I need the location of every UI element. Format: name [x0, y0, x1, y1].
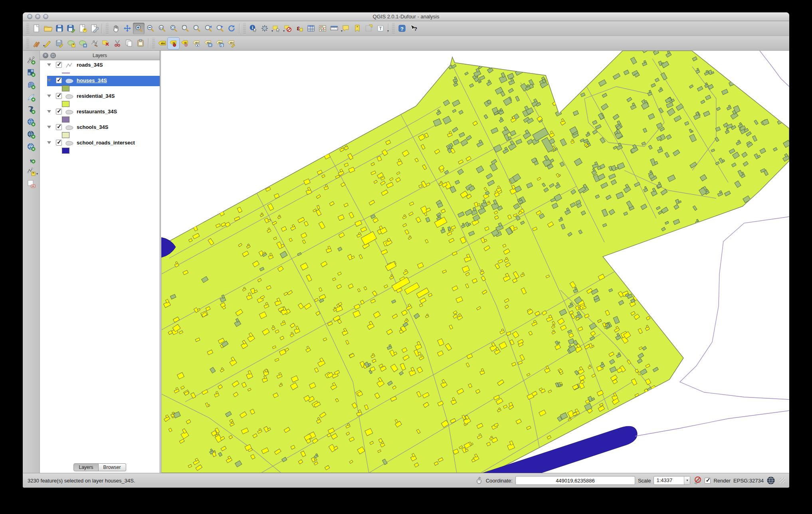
save-layer-edits-button[interactable] — [53, 38, 65, 49]
pan-map-button[interactable] — [110, 23, 121, 34]
run-feature-action-button[interactable]: ▾ — [259, 23, 270, 34]
polygon-layer-icon — [65, 109, 74, 115]
help-contents-button[interactable]: ? — [396, 23, 408, 34]
add-oracle-layer-button[interactable] — [25, 103, 37, 116]
layer-item-residential_34S[interactable]: residential_34S — [40, 92, 160, 101]
render-checkbox[interactable] — [705, 478, 711, 484]
node-tool-button[interactable] — [88, 38, 100, 49]
open-project-button[interactable] — [42, 23, 53, 34]
new-shapefile-layer-dropdown-icon[interactable]: ▾ — [36, 172, 38, 176]
layer-item-restaurants_34S[interactable]: restaurants_34S — [40, 108, 160, 117]
crs-globe-icon[interactable] — [766, 476, 775, 485]
refresh-map-button[interactable] — [226, 23, 237, 34]
zoom-full-button[interactable] — [168, 23, 179, 34]
layer-swatch[interactable] — [62, 117, 69, 123]
labeling-button[interactable]: abc — [156, 38, 168, 49]
scale-combo[interactable]: 1:4337 ▾ — [654, 476, 690, 485]
zoom-out-button[interactable] — [145, 23, 156, 34]
add-raster-layer-icon — [27, 68, 36, 77]
scale-dropdown-icon[interactable]: ▾ — [684, 476, 690, 484]
add-raster-layer-button[interactable] — [25, 66, 37, 79]
field-calculator-button[interactable] — [317, 23, 328, 34]
add-vector-layer-button[interactable] — [25, 54, 37, 66]
map-canvas[interactable] — [161, 51, 789, 473]
layer-swatch[interactable] — [62, 85, 69, 91]
copy-features-button[interactable] — [123, 38, 135, 49]
delete-selected-button[interactable] — [100, 38, 111, 49]
layer-swatch[interactable] — [62, 148, 69, 154]
select-by-expression-button[interactable]: ε — [293, 23, 305, 34]
paste-features-button[interactable] — [135, 38, 146, 49]
save-project-button[interactable] — [53, 23, 65, 34]
disclosure-triangle-icon[interactable] — [47, 63, 51, 66]
tab-layers[interactable]: Layers — [73, 463, 98, 471]
layer-item-schools_34S[interactable]: schools_34S — [40, 123, 160, 132]
disclosure-triangle-icon[interactable] — [47, 79, 51, 82]
remove-layer-button[interactable] — [25, 178, 37, 190]
stop-render-icon[interactable] — [693, 476, 702, 485]
deselect-features-button[interactable] — [282, 23, 293, 34]
new-shapefile-layer-button[interactable]: *▾ — [25, 165, 37, 178]
zoom-last-button[interactable] — [202, 23, 214, 34]
label-move-button[interactable]: abc — [202, 38, 214, 49]
layer-item-roads_34S[interactable]: roads_34S — [40, 61, 160, 70]
new-bookmark-button[interactable]: * — [351, 23, 363, 34]
current-edits-button[interactable]: ▾ — [30, 38, 42, 49]
label-rotate-button[interactable]: abc — [214, 38, 226, 49]
text-annotation-dropdown-icon[interactable]: ▾ — [387, 29, 389, 33]
layer-visibility-checkbox[interactable] — [56, 140, 62, 146]
title-bar[interactable]: QGIS 2.0.1-Dufour - analysis — [23, 12, 789, 21]
pan-to-selection-button[interactable] — [121, 23, 133, 34]
add-spatialite-layer-button[interactable] — [25, 91, 37, 103]
layer-swatch[interactable] — [62, 73, 70, 73]
add-postgis-layer-button[interactable] — [25, 79, 37, 91]
label-properties-button[interactable]: abc — [226, 38, 237, 49]
label-unpin-button[interactable]: ab — [179, 38, 191, 49]
map-tips-button[interactable] — [340, 23, 351, 34]
tab-browser[interactable]: Browser — [99, 463, 126, 471]
label-visibility-button[interactable]: abc — [191, 38, 202, 49]
whats-this-button[interactable]: ? — [408, 23, 419, 34]
coordinate-toggle-icon[interactable] — [475, 476, 483, 484]
text-annotation-button[interactable]: T▾ — [374, 23, 386, 34]
composer-manager-button[interactable] — [88, 23, 100, 34]
layer-item-school_roads_intersect[interactable]: school_roads_intersect — [40, 139, 160, 148]
zoom-to-layer-button[interactable] — [191, 23, 202, 34]
show-bookmarks-button[interactable] — [363, 23, 374, 34]
disclosure-triangle-icon[interactable] — [47, 141, 51, 144]
add-wcs-layer-button[interactable] — [25, 128, 37, 140]
layer-swatch[interactable] — [62, 132, 69, 138]
label-pin-button[interactable]: ab — [168, 38, 179, 49]
layer-visibility-checkbox[interactable] — [56, 109, 62, 115]
disclosure-triangle-icon[interactable] — [47, 126, 51, 128]
add-feature-button[interactable]: * — [65, 38, 77, 49]
disclosure-triangle-icon[interactable] — [47, 110, 51, 113]
new-print-composer-button[interactable]: * — [77, 23, 88, 34]
layer-visibility-checkbox[interactable] — [56, 124, 62, 130]
identify-features-button[interactable]: i — [247, 23, 259, 34]
zoom-next-button[interactable] — [214, 23, 226, 34]
cut-features-button[interactable] — [111, 38, 123, 49]
layer-item-houses_34S[interactable]: houses_34S — [40, 77, 160, 85]
layer-visibility-checkbox[interactable] — [56, 93, 62, 99]
open-attribute-table-button[interactable] — [305, 23, 317, 34]
resize-grip[interactable] — [780, 478, 785, 483]
layer-swatch[interactable] — [62, 101, 69, 107]
select-features-button[interactable]: ▾ — [270, 23, 282, 34]
zoom-in-button[interactable] — [133, 23, 145, 34]
layer-visibility-checkbox[interactable] — [56, 62, 62, 68]
toggle-editing-button[interactable] — [42, 38, 53, 49]
layer-visibility-checkbox[interactable] — [56, 77, 62, 83]
add-wms-layer-button[interactable] — [25, 116, 37, 128]
save-project-as-button[interactable] — [65, 23, 77, 34]
measure-button[interactable]: ▾ — [328, 23, 340, 34]
add-wfs-layer-button[interactable] — [25, 140, 37, 153]
move-feature-button[interactable] — [77, 38, 88, 49]
coordinate-input[interactable] — [515, 476, 635, 485]
add-delimited-text-layer-button[interactable]: , — [25, 153, 37, 165]
zoom-to-selection-button[interactable] — [179, 23, 191, 34]
new-project-button[interactable] — [30, 23, 42, 34]
disclosure-triangle-icon[interactable] — [47, 95, 51, 97]
save-project-as-icon — [67, 24, 75, 33]
zoom-native-button[interactable]: 1:1 — [156, 23, 168, 34]
